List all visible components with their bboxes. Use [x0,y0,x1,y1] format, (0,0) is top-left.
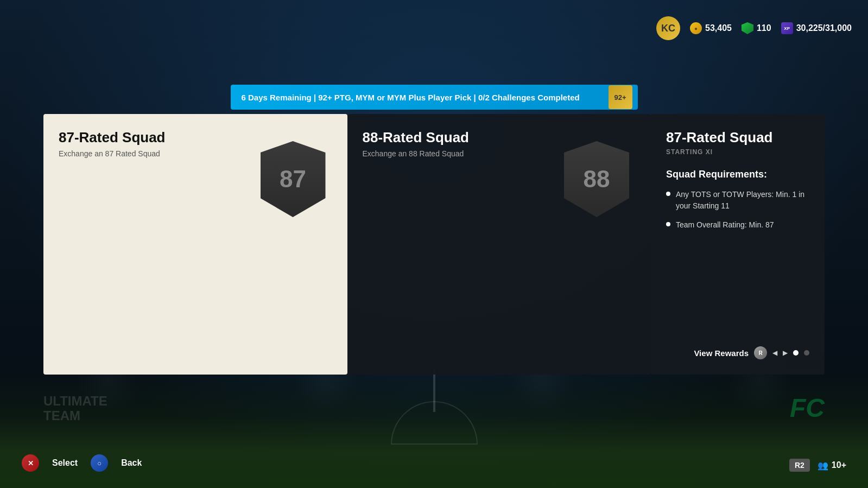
view-rewards-label: View Rewards [694,348,749,358]
shield-icon [742,22,753,34]
requirement-2: Team Overall Rating: Min. 87 [666,219,809,231]
banner-text: 6 Days Remaining | 92+ PTG, MYM or MYM P… [242,93,580,102]
players-indicator: 👥 10+ [818,460,846,471]
badge-87-value: 87 [280,166,306,193]
bottom-right-controls: R2 👥 10+ [789,459,846,472]
back-button-icon[interactable]: ○ [91,454,108,472]
coin-icon: ● [690,22,702,34]
players-count: 10+ [832,460,846,470]
xp-icon: XP [781,22,793,34]
detail-subtitle: STARTING XI [666,148,809,156]
select-button-icon[interactable]: ✕ [22,454,39,472]
rating-badge-88: 88 [564,141,629,217]
req-text-2: Team Overall Rating: Min. 87 [676,219,774,231]
xp-value: 30,225/31,000 [796,23,852,33]
dot-active [793,350,799,356]
card-87-rated[interactable]: 87-Rated Squad Exchange an 87 Rated Squa… [43,114,347,375]
requirements-title: Squad Requirements: [666,169,809,180]
badge-87-shape: 87 [261,141,326,217]
main-content: 87-Rated Squad Exchange an 87 Rated Squa… [43,114,825,375]
detail-title: 87-Rated Squad [666,129,809,146]
coins-value: 53,405 [705,23,732,33]
requirement-1: Any TOTS or TOTW Players: Min. 1 in your… [666,189,809,212]
view-rewards-section[interactable]: View Rewards R ◀ ▶ [59,346,809,359]
back-button-label: Back [121,458,142,468]
fc-brand-text: FC [790,393,825,423]
coins-display: ● 53,405 [690,22,732,34]
badge-88-shape: 88 [564,141,629,217]
badge-88-value: 88 [584,166,610,193]
banner-badge: 92+ [609,85,632,109]
chevron-left-icon: ◀ [772,349,777,357]
chevron-right-icon: ▶ [783,349,788,357]
avatar: KC [656,16,680,40]
dot-inactive [804,350,809,356]
challenge-banner: 6 Days Remaining | 92+ PTG, MYM or MYM P… [231,85,638,110]
r2-badge[interactable]: R2 [789,459,810,472]
top-hud: KC ● 53,405 110 XP 30,225/31,000 [656,16,852,40]
shield-value: 110 [757,23,771,33]
req-bullet-1 [666,192,670,196]
players-icon: 👥 [818,460,828,471]
shield-display: 110 [742,22,771,34]
xp-display: XP 30,225/31,000 [781,22,852,34]
detail-panel: 87-Rated Squad STARTING XI Squad Require… [651,114,825,375]
card-88-rated[interactable]: 88-Rated Squad Exchange an 88 Rated Squa… [347,114,651,375]
ut-brand-text: ULTIMATETEAM [43,394,107,423]
select-button-label: Select [52,458,78,468]
req-bullet-2 [666,222,670,226]
req-text-1: Any TOTS or TOTW Players: Min. 1 in your… [676,189,809,212]
bottom-left-controls: ✕ Select ○ Back [22,454,142,472]
nav-r-btn: R [754,346,767,359]
rating-badge-87: 87 [261,141,326,217]
